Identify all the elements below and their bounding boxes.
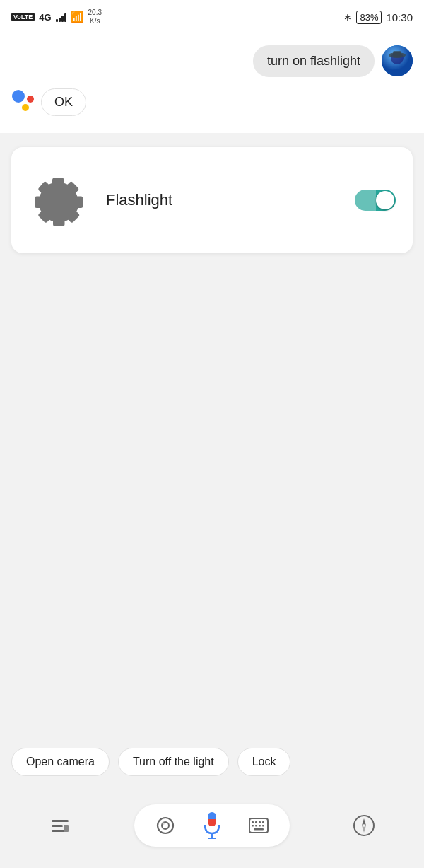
gear-icon-container: [28, 168, 92, 232]
user-message-bubble: turn on flashlight: [253, 45, 375, 77]
svg-rect-24: [254, 828, 264, 831]
svg-rect-18: [259, 821, 261, 823]
dot-yellow: [22, 104, 29, 111]
main-content: turn on flashlight: [0, 34, 424, 868]
gear-icon: [31, 171, 89, 229]
status-bar: VoLTE 4G 📶 20.3 K/s ∗ 83% 10:30: [0, 0, 424, 34]
svg-rect-23: [262, 825, 264, 827]
svg-rect-13: [211, 833, 213, 838]
svg-rect-17: [255, 821, 257, 823]
avatar: [382, 45, 413, 76]
svg-marker-27: [362, 826, 366, 833]
svg-rect-12: [208, 812, 216, 826]
svg-rect-5: [52, 820, 69, 822]
flashlight-card: Flashlight: [11, 147, 413, 253]
expand-icon[interactable]: [42, 808, 78, 843]
bluetooth-icon: ∗: [343, 11, 352, 23]
suggestion-chip-lock[interactable]: Lock: [237, 748, 291, 776]
suggestions-area: Open camera Turn off the light Lock: [0, 748, 424, 776]
lens-icon[interactable]: [153, 813, 178, 838]
google-assistant-logo: [11, 90, 34, 111]
keyboard-icon[interactable]: [246, 813, 271, 838]
svg-rect-22: [259, 825, 261, 827]
dot-red: [27, 96, 34, 103]
time-display: 10:30: [386, 11, 413, 23]
svg-rect-14: [208, 838, 216, 839]
svg-rect-8: [64, 825, 69, 832]
network-type: 4G: [39, 12, 51, 23]
svg-rect-6: [52, 825, 63, 827]
svg-rect-20: [252, 825, 254, 827]
network-speed: 20.3 K/s: [88, 8, 102, 25]
flashlight-label: Flashlight: [106, 191, 172, 209]
svg-point-9: [158, 818, 173, 833]
svg-point-11: [162, 822, 165, 825]
status-right: ∗ 83% 10:30: [343, 11, 413, 24]
suggestion-chip-turn-off-light[interactable]: Turn off the light: [118, 748, 229, 776]
center-mic-area: [134, 804, 290, 847]
avatar-svg: [382, 45, 413, 76]
svg-rect-21: [255, 825, 257, 827]
bottom-toolbar: [0, 783, 424, 868]
user-message-row: turn on flashlight: [11, 45, 413, 77]
mic-icon[interactable]: [198, 811, 226, 840]
compass-icon[interactable]: [346, 808, 382, 843]
svg-rect-4: [393, 51, 401, 57]
flashlight-left: Flashlight: [28, 168, 172, 232]
signal-bars: [56, 12, 66, 22]
toggle-knob: [376, 191, 394, 209]
chat-area: turn on flashlight: [0, 34, 424, 133]
svg-marker-26: [362, 818, 366, 826]
svg-rect-19: [262, 821, 264, 823]
wifi-icon: 📶: [71, 11, 84, 23]
empty-area: [0, 267, 424, 437]
suggestion-chip-open-camera[interactable]: Open camera: [11, 748, 110, 776]
assistant-row: OK: [11, 88, 413, 116]
svg-rect-16: [252, 821, 254, 823]
status-left: VoLTE 4G 📶 20.3 K/s: [11, 8, 102, 25]
assistant-ok-bubble: OK: [41, 88, 86, 116]
volte-badge: VoLTE: [11, 13, 35, 21]
flashlight-toggle[interactable]: [355, 190, 396, 211]
dot-blue: [12, 90, 25, 103]
battery-indicator: 83%: [356, 11, 382, 24]
